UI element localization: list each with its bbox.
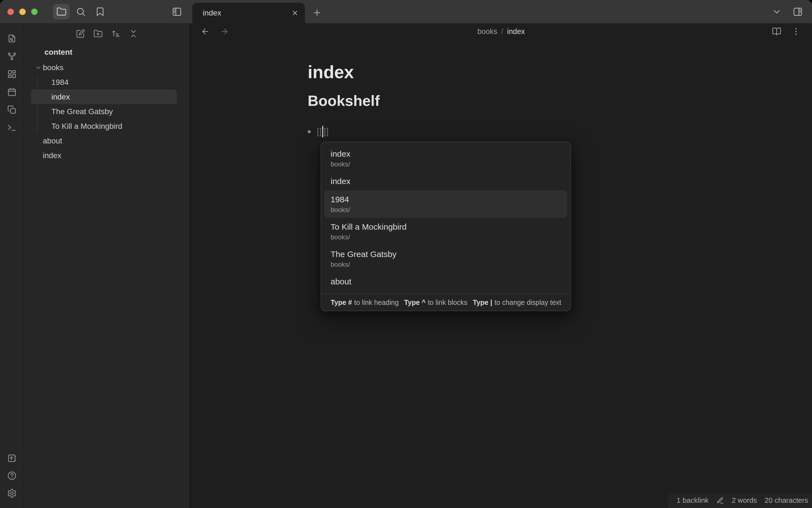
hint-link-blocks: Type ^to link blocks (404, 298, 467, 306)
document-body[interactable]: index Bookshelf [[ ]] (190, 62, 812, 139)
ribbon-vault-switcher-button[interactable] (6, 452, 18, 464)
explorer-toolbar (24, 27, 189, 40)
titlebar: index (0, 0, 812, 23)
suggestion-item-selected[interactable]: 1984 books/ (325, 190, 567, 218)
zoom-window-button[interactable] (31, 9, 38, 15)
status-bar: 1 backlink 2 words 20 characters (668, 493, 812, 508)
terminal-icon (7, 122, 17, 132)
more-options-button[interactable] (790, 26, 802, 38)
tree-file-great-gatsby[interactable]: The Great Gatsby (24, 104, 189, 119)
dashboard-icon (7, 69, 17, 79)
backlink-count[interactable]: 1 backlink (677, 496, 709, 505)
toggle-left-sidebar-button[interactable] (169, 4, 185, 19)
file-explorer: content books 1984 index The Great Gatsb… (24, 23, 189, 508)
files-tab-button[interactable] (53, 4, 69, 19)
word-count[interactable]: 2 words (732, 496, 757, 505)
suggestion-footer: Type #to link heading Type ^to link bloc… (321, 294, 571, 311)
suggestion-label: To Kill a Mockingbird (331, 222, 561, 232)
help-icon (7, 471, 17, 481)
search-tab-button[interactable] (73, 4, 89, 19)
panel-left-icon (172, 7, 182, 17)
suggestion-item[interactable]: index (321, 172, 571, 190)
tree-item-label: index (43, 151, 61, 160)
character-count[interactable]: 20 characters (764, 496, 808, 505)
breadcrumb: books / index (477, 27, 525, 36)
tab-list-dropdown-button[interactable] (768, 4, 785, 19)
ribbon-settings-button[interactable] (6, 487, 18, 499)
book-open-icon (772, 27, 781, 36)
suggestion-item[interactable]: To Kill a Mockingbird books/ (321, 218, 571, 245)
wikilink-input[interactable]: [[ ]] (317, 126, 329, 137)
suggestion-path: books/ (331, 160, 561, 168)
close-tab-button[interactable] (289, 7, 301, 19)
hint-link-heading: Type #to link heading (331, 298, 399, 306)
chevron-down-icon (772, 7, 782, 17)
tree-folder-books[interactable]: books (24, 60, 189, 75)
bookmark-icon (95, 7, 105, 17)
new-tab-button[interactable] (310, 5, 324, 20)
bookmarks-tab-button[interactable] (92, 4, 108, 19)
tree-file-mockingbird[interactable]: To Kill a Mockingbird (24, 119, 189, 133)
arrow-left-icon (201, 27, 209, 36)
obsidian-window: index (0, 0, 812, 508)
chevron-down-icon[interactable] (35, 64, 42, 71)
tree-item-label: books (43, 63, 63, 72)
bullet-list-line[interactable]: [[ ]] (308, 124, 812, 139)
tab-index[interactable]: index (192, 3, 305, 23)
navigate-forward-button[interactable] (219, 26, 231, 38)
breadcrumb-current[interactable]: index (507, 27, 525, 36)
ribbon-help-button[interactable] (6, 470, 18, 482)
collapse-icon (129, 29, 138, 38)
ribbon-templates-button[interactable] (6, 103, 18, 116)
tree-item-label: 1984 (51, 78, 68, 87)
new-folder-icon (93, 29, 103, 38)
tree-item-label: To Kill a Mockingbird (51, 122, 122, 131)
tree-file-index-root[interactable]: index (24, 148, 189, 163)
tree-file-index-selected[interactable]: index (31, 90, 177, 104)
tree-file-1984[interactable]: 1984 (24, 75, 189, 90)
note-title[interactable]: index (308, 62, 812, 82)
collapse-all-button[interactable] (127, 27, 140, 40)
sort-order-button[interactable] (109, 27, 122, 40)
sort-icon (111, 29, 121, 38)
suggestion-label: 1984 (331, 194, 561, 205)
suggestion-item[interactable]: about (321, 272, 571, 291)
navigate-back-button[interactable] (199, 26, 211, 38)
ribbon-canvas-button[interactable] (6, 68, 18, 80)
tree-file-about[interactable]: about (24, 133, 189, 148)
window-controls (7, 9, 38, 15)
close-window-button[interactable] (7, 9, 14, 15)
gear-icon (7, 489, 17, 498)
tree-item-label: index (51, 93, 70, 101)
graph-icon (7, 51, 17, 61)
hint-display-text: Type |to change display text (473, 298, 561, 306)
suggestion-item[interactable]: The Great Gatsby books/ (321, 245, 571, 272)
new-note-button[interactable] (74, 27, 87, 40)
breadcrumb-parent[interactable]: books (477, 27, 497, 36)
vault-icon (7, 453, 17, 463)
reading-mode-button[interactable] (771, 26, 783, 38)
ribbon-daily-note-button[interactable] (6, 86, 18, 98)
new-folder-button[interactable] (92, 27, 104, 40)
ribbon-graph-button[interactable] (6, 50, 18, 62)
breadcrumb-separator: / (501, 27, 504, 36)
edit-mode-toggle[interactable] (716, 497, 724, 504)
suggestion-item[interactable]: index books/ (321, 145, 571, 172)
pencil-icon (716, 497, 724, 504)
bullet-dot (308, 130, 311, 133)
vault-name[interactable]: content (24, 47, 189, 57)
link-suggestion-popup: index books/ index 1984 books/ To Kill a… (321, 141, 571, 311)
suggestion-label: index (331, 176, 561, 186)
new-note-icon (76, 29, 85, 38)
minimize-window-button[interactable] (19, 9, 26, 15)
copy-icon (7, 105, 17, 115)
suggestion-path: books/ (331, 206, 561, 214)
wikilink-open: [[ (317, 127, 322, 136)
editor-pane: books / index index Bookshelf [[ (190, 23, 812, 508)
calendar-icon (7, 87, 17, 97)
suggestion-label: index (331, 149, 561, 159)
toggle-right-sidebar-button[interactable] (790, 4, 806, 19)
note-heading[interactable]: Bookshelf (308, 92, 812, 110)
ribbon-terminal-button[interactable] (6, 121, 18, 133)
ribbon-file-search-button[interactable] (6, 33, 18, 45)
